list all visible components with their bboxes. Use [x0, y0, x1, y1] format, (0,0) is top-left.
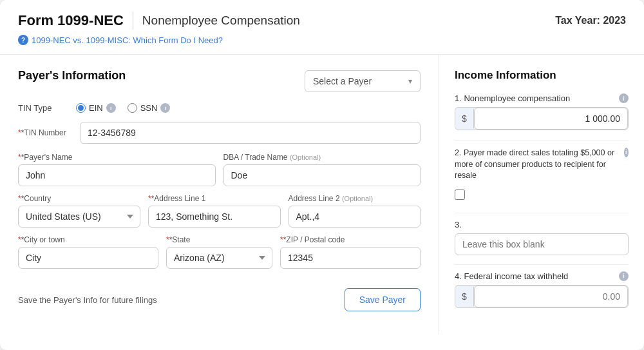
address2-field: Address Line 2 (Optional): [289, 194, 421, 228]
payer-name-input[interactable]: [18, 164, 216, 186]
income-item-4-input[interactable]: [474, 286, 628, 307]
divider-2: [455, 213, 629, 213]
header-top: Form 1099-NEC Nonemployee Compensation T…: [18, 12, 626, 30]
payer-header: Payer's Information Select a Payer ▾: [18, 69, 421, 93]
income-item-1: 1. Nonemployee compensation i $: [455, 93, 629, 130]
zip-label: **ZIP / Postal code: [280, 235, 421, 244]
right-panel: Income Information 1. Nonemployee compen…: [439, 55, 644, 334]
left-panel: Payer's Information Select a Payer ▾ TIN…: [0, 55, 439, 334]
ssn-radio[interactable]: [128, 103, 137, 113]
income-item-2: 2. Payer made direct sales totaling $5,0…: [455, 148, 629, 204]
ssn-info-icon[interactable]: i: [160, 103, 170, 113]
card-body: Payer's Information Select a Payer ▾ TIN…: [0, 55, 644, 334]
country-label: **Country: [18, 194, 140, 203]
income-section-title: Income Information: [455, 69, 629, 82]
dba-input[interactable]: [223, 164, 421, 186]
tin-number-label: **TIN Number: [18, 128, 70, 137]
income-item-3-input[interactable]: [455, 233, 629, 255]
select-payer-label: Select a Payer: [313, 76, 372, 86]
income-item-1-info-icon[interactable]: i: [619, 93, 629, 103]
title-divider: [133, 12, 133, 30]
address2-input[interactable]: [289, 206, 421, 228]
address1-field: **Address Line 1: [148, 194, 281, 228]
city-label: **City or town: [18, 235, 158, 244]
header-title: Form 1099-NEC Nonemployee Compensation: [18, 12, 300, 30]
city-field: **City or town: [18, 235, 158, 269]
save-payer-button[interactable]: Save Payer: [345, 288, 421, 311]
income-item-2-label: 2. Payer made direct sales totaling $5,0…: [455, 148, 629, 182]
help-link-text: 1099-NEC vs. 1099-MISC: Which Form Do I …: [32, 35, 223, 45]
ein-info-icon[interactable]: i: [106, 103, 116, 113]
zip-input[interactable]: [280, 247, 421, 269]
income-item-2-info-icon[interactable]: i: [624, 148, 629, 157]
income-item-3: 3.: [455, 220, 629, 255]
tin-number-input[interactable]: [80, 122, 421, 144]
address-row-1: **Country United States (US) **Address L…: [18, 194, 421, 235]
income-item-4-info-icon[interactable]: i: [619, 271, 629, 281]
city-input[interactable]: [18, 247, 158, 269]
payer-name-field: **Payer's Name: [18, 153, 216, 186]
income-item-1-input-wrapper: $: [455, 107, 629, 130]
income-item-3-label: 3.: [455, 220, 629, 229]
divider-3: [455, 264, 629, 265]
tin-type-label: TIN Type: [18, 103, 63, 113]
address2-label: Address Line 2 (Optional): [289, 194, 421, 203]
dba-field: DBA / Trade Name (Optional): [223, 153, 421, 186]
zip-field: **ZIP / Postal code: [280, 235, 421, 269]
dba-label: DBA / Trade Name (Optional): [223, 153, 421, 162]
form-title: Form 1099-NEC: [18, 12, 124, 29]
income-item-4-input-wrapper: $: [455, 285, 629, 308]
state-label: **State: [166, 235, 272, 244]
address1-label: **Address Line 1: [148, 194, 281, 203]
country-field: **Country United States (US): [18, 194, 140, 228]
tin-number-row: **TIN Number: [18, 122, 421, 144]
footer-row: Save the Payer's Info for future filings…: [18, 288, 421, 311]
divider-1: [455, 141, 629, 141]
help-circle-icon: ?: [18, 35, 28, 45]
ssn-label: SSN: [140, 103, 158, 113]
ein-radio[interactable]: [76, 103, 86, 113]
main-card: Form 1099-NEC Nonemployee Compensation T…: [0, 0, 644, 350]
income-item-1-label: 1. Nonemployee compensation i: [455, 93, 629, 103]
form-subtitle: Nonemployee Compensation: [142, 14, 300, 28]
chevron-down-icon: ▾: [408, 77, 412, 86]
state-select[interactable]: Arizona (AZ): [166, 247, 272, 269]
income-item-1-prefix: $: [455, 109, 474, 128]
ein-label: EIN: [89, 103, 103, 113]
name-dba-row: **Payer's Name DBA / Trade Name (Optiona…: [18, 153, 421, 194]
income-item-4-prefix: $: [455, 287, 474, 306]
address1-input[interactable]: [148, 206, 281, 228]
payer-section-title: Payer's Information: [18, 69, 126, 83]
card-header: Form 1099-NEC Nonemployee Compensation T…: [0, 0, 644, 55]
save-info-text: Save the Payer's Info for future filings: [18, 295, 157, 305]
tin-radio-group: EIN i SSN i: [76, 103, 170, 113]
income-item-1-input[interactable]: [474, 108, 628, 130]
tin-type-row: TIN Type EIN i SSN i: [18, 103, 421, 113]
help-link[interactable]: ? 1099-NEC vs. 1099-MISC: Which Form Do …: [18, 35, 626, 45]
income-item-2-checkbox-row: [455, 186, 629, 204]
income-item-4-label: 4. Federal income tax withheld i: [455, 271, 629, 281]
income-item-4: 4. Federal income tax withheld i $: [455, 271, 629, 308]
ssn-option[interactable]: SSN i: [128, 103, 171, 113]
income-item-2-checkbox[interactable]: [455, 190, 465, 200]
payer-name-label: **Payer's Name: [18, 153, 216, 162]
tax-year: Tax Year: 2023: [555, 15, 626, 26]
ein-option[interactable]: EIN i: [76, 103, 116, 113]
state-field: **State Arizona (AZ): [166, 235, 272, 269]
country-select[interactable]: United States (US): [18, 206, 140, 228]
address-row-2: **City or town **State Arizona (AZ) **ZI…: [18, 235, 421, 277]
select-payer-dropdown[interactable]: Select a Payer ▾: [305, 70, 421, 92]
